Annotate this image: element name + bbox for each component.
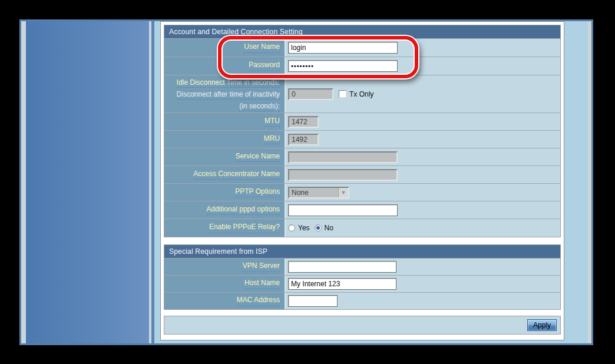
row-mac-address: MAC Address	[164, 292, 560, 309]
host-name-label[interactable]: Host Name	[244, 279, 280, 289]
vpn-server-input[interactable]	[288, 261, 396, 273]
password-label[interactable]: Password	[249, 61, 280, 71]
isp-requirement-section: Special Requirement from ISP VPN Server …	[164, 244, 561, 310]
idle-timeout-input	[288, 88, 333, 100]
relay-yes-label: Yes	[298, 224, 310, 232]
row-idle-disconnect: Idle Disconnect Time in seconds: Disconn…	[164, 75, 560, 112]
isp-section-title: Special Requirement from ISP	[169, 247, 267, 256]
chevron-down-icon: ▼	[338, 188, 348, 197]
row-service-name: Service Name	[164, 148, 560, 166]
mru-input	[288, 134, 319, 145]
relay-no-radio[interactable]	[315, 224, 322, 231]
idle-disconnect-link[interactable]: Idle Disconnect	[177, 78, 225, 88]
idle-suffix-label: Time in seconds:	[227, 78, 280, 88]
pptp-options-label[interactable]: PPTP Options	[235, 187, 280, 198]
router-config-window: Account and Detailed Connection Setting …	[19, 19, 593, 345]
row-mru: MRU	[164, 130, 560, 148]
row-vpn-server: VPN Server	[164, 258, 560, 275]
pptp-options-value: None	[289, 188, 338, 197]
tx-only-checkbox[interactable]	[339, 90, 346, 98]
account-settings-section: Account and Detailed Connection Setting …	[164, 25, 561, 237]
vpn-server-label[interactable]: VPN Server	[243, 262, 280, 272]
idle-disconnect-label[interactable]: Idle Disconnect Time in seconds: Disconn…	[167, 77, 280, 112]
account-section-header: Account and Detailed Connection Setting	[164, 25, 560, 38]
tx-only-label: Tx Only	[349, 90, 373, 98]
sidebar-panel	[26, 21, 149, 343]
right-frame-strip	[588, 21, 591, 343]
mtu-label[interactable]: MTU	[264, 117, 280, 127]
access-concentrator-input	[288, 169, 398, 181]
row-host-name: Host Name	[164, 275, 560, 292]
relay-yes-radio[interactable]	[288, 224, 295, 231]
user-name-input[interactable]	[288, 42, 398, 54]
pppoe-relay-label[interactable]: Enable PPPoE Relay?	[209, 223, 280, 233]
pppd-options-input[interactable]	[288, 204, 398, 216]
row-pppd-options: Additional pppd options	[164, 201, 560, 219]
mtu-input	[288, 116, 319, 128]
isp-section-header: Special Requirement from ISP	[164, 245, 560, 258]
content-area: Account and Detailed Connection Setting …	[154, 21, 588, 343]
left-frame-strip	[21, 21, 26, 343]
mac-address-input[interactable]	[288, 295, 338, 307]
mac-address-label[interactable]: MAC Address	[237, 296, 280, 306]
apply-button[interactable]: Apply	[527, 319, 557, 331]
account-section-title: Account and Detailed Connection Setting	[169, 28, 303, 36]
pppd-options-label[interactable]: Additional pppd options	[206, 205, 280, 216]
row-password: Password	[164, 57, 560, 75]
row-pppoe-relay: Enable PPPoE Relay? Yes No	[164, 219, 560, 237]
apply-bar: Apply	[164, 316, 561, 335]
mru-label[interactable]: MRU	[264, 134, 280, 145]
row-user-name: User Name	[164, 38, 560, 57]
password-input[interactable]	[288, 60, 398, 72]
service-name-label[interactable]: Service Name	[236, 152, 280, 163]
access-concentrator-label[interactable]: Access Concentrator Name	[193, 170, 280, 180]
row-access-concentrator: Access Concentrator Name	[164, 166, 560, 183]
relay-no-label: No	[325, 224, 333, 232]
host-name-input[interactable]	[288, 278, 396, 290]
row-pptp-options: PPTP Options None ▼	[164, 183, 560, 201]
row-mtu: MTU	[164, 112, 560, 130]
idle-line2-label: Disconnect after time of inactivity (in …	[177, 90, 280, 111]
settings-card: Account and Detailed Connection Setting …	[160, 21, 564, 340]
service-name-input	[288, 151, 398, 163]
user-name-label[interactable]: User Name	[244, 42, 280, 53]
pptp-options-select: None ▼	[288, 187, 349, 198]
